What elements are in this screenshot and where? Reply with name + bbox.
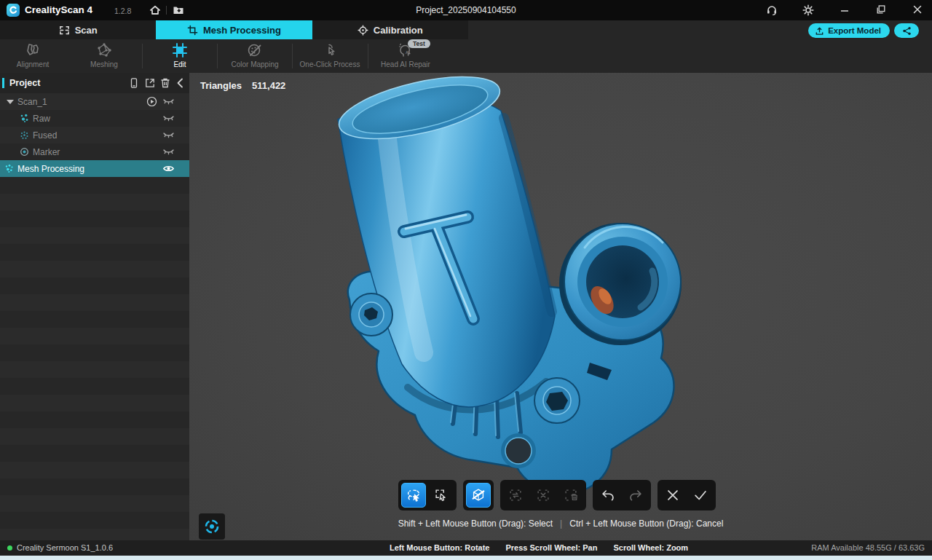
- invert-selection-button[interactable]: [503, 483, 528, 508]
- device-online-dot: [7, 545, 12, 551]
- ribbon-item-color-mapping[interactable]: Color Mapping: [220, 42, 290, 68]
- undo-redo-group: [593, 480, 651, 510]
- tree-label: Marker: [33, 147, 60, 157]
- taskbar-edge: [0, 556, 932, 560]
- test-badge: Test: [408, 39, 430, 48]
- ribbon-divider: [217, 44, 218, 68]
- expander-icon[interactable]: [7, 100, 14, 104]
- mouse-hints: Left Mouse Button: Rotate Press Scroll W…: [390, 543, 688, 552]
- export-model-button[interactable]: Export Model: [808, 23, 890, 38]
- sidebar-title: Project: [9, 78, 40, 88]
- accent-bar: [2, 78, 4, 88]
- viewport-3d[interactable]: Triangles511,422: [189, 73, 932, 540]
- status-bar: Creality Sermoon S1_1.0.6 Left Mouse But…: [0, 540, 932, 556]
- redo-button[interactable]: [623, 483, 648, 508]
- ribbon-item-head-ai-repair[interactable]: AI Head AI Repair: [371, 42, 441, 68]
- tree-label: Scan_1: [17, 97, 47, 107]
- hint-pan: Press Scroll Wheel: Pan: [505, 543, 597, 552]
- project-tree: Scan_1 Raw Fused: [0, 93, 189, 540]
- clear-selection-button[interactable]: [531, 483, 556, 508]
- select-through-cube-button[interactable]: [466, 483, 491, 508]
- tree-label: Mesh Processing: [17, 164, 84, 174]
- mesh-processing-icon: [4, 164, 14, 173]
- settings-gear-icon[interactable]: [802, 4, 815, 17]
- tree-row-fused[interactable]: Fused: [0, 127, 189, 143]
- rect-select-button[interactable]: [429, 483, 454, 508]
- ribbon-divider: [142, 44, 143, 68]
- undo-button[interactable]: [596, 483, 620, 508]
- fit-view-button[interactable]: [199, 513, 225, 540]
- selection-hint: Shift + Left Mouse Button (Drag): Select…: [189, 518, 932, 529]
- play-icon[interactable]: [146, 96, 157, 107]
- tree-row-scan1[interactable]: Scan_1: [0, 93, 189, 110]
- tab-label: Calibration: [374, 25, 423, 36]
- tab-label: Scan: [75, 25, 98, 36]
- tab-calibration[interactable]: Calibration: [312, 20, 468, 39]
- fused-data-icon: [20, 130, 29, 140]
- title-bar: CrealityScan 4 1.2.8 Project_20250904104…: [0, 0, 932, 20]
- tab-scan[interactable]: Scan: [0, 20, 156, 39]
- tab-mesh-processing[interactable]: Mesh Processing: [156, 20, 312, 39]
- collapse-panel-icon[interactable]: [175, 77, 186, 89]
- scan-frame-icon: [59, 25, 70, 36]
- delete-selection-button[interactable]: [558, 483, 583, 508]
- tab-label: Mesh Processing: [203, 25, 281, 36]
- tree-row-marker[interactable]: Marker: [0, 143, 189, 160]
- ribbon-item-label: Edit: [145, 60, 215, 68]
- alignment-icon: [24, 42, 42, 59]
- ribbon-item-alignment[interactable]: Alignment: [0, 42, 68, 68]
- visibility-on-icon[interactable]: [162, 164, 175, 173]
- tree-row-mesh-processing[interactable]: Mesh Processing: [0, 160, 189, 177]
- visibility-off-icon[interactable]: [162, 114, 175, 123]
- select-through-group: [463, 480, 494, 510]
- hint-separator: |: [560, 518, 562, 529]
- export-icon: [815, 26, 824, 36]
- share-icon: [902, 26, 912, 36]
- close-icon[interactable]: [912, 4, 925, 17]
- ribbon-item-label: One-Click Process: [295, 60, 365, 68]
- select-mode-group: [398, 480, 457, 510]
- ribbon-item-label: Meshing: [69, 60, 139, 68]
- project-title: Project_20250904104550: [0, 5, 932, 15]
- one-click-icon: [321, 42, 339, 59]
- sidebar-header: Project: [0, 73, 189, 93]
- ram-available: RAM Available 48.55G / 63.63G: [811, 543, 925, 552]
- device-status: Creality Sermoon S1_1.0.6: [7, 543, 113, 552]
- device-name: Creality Sermoon S1_1.0.6: [17, 543, 113, 552]
- selection-toolbar: [398, 480, 716, 510]
- calibration-target-icon: [358, 25, 368, 36]
- visibility-off-icon[interactable]: [162, 147, 175, 157]
- ribbon-item-meshing[interactable]: Meshing: [69, 42, 139, 68]
- export-file-icon[interactable]: [144, 77, 156, 89]
- support-headset-icon[interactable]: [765, 4, 778, 17]
- hint-cancel: Ctrl + Left Mouse Button (Drag): Cancel: [569, 518, 723, 529]
- top-band: Scan Mesh Processing Calibration Export …: [0, 20, 932, 73]
- svg-text:AI: AI: [406, 50, 410, 55]
- ribbon-item-edit[interactable]: Edit: [145, 42, 215, 68]
- edit-icon: [171, 42, 189, 59]
- share-button[interactable]: [894, 23, 919, 38]
- triangles-readout: Triangles511,422: [200, 80, 285, 91]
- restore-window-icon[interactable]: [875, 4, 888, 17]
- project-sidebar: Project Scan_1 Raw: [0, 73, 189, 540]
- marker-icon: [20, 147, 29, 157]
- ribbon-item-one-click-process[interactable]: One-Click Process: [295, 42, 365, 68]
- tree-label: Raw: [33, 114, 50, 124]
- confirm-button[interactable]: [688, 483, 713, 508]
- delete-trash-icon[interactable]: [159, 77, 171, 89]
- cancel-button[interactable]: [660, 483, 685, 508]
- meshing-icon: [95, 42, 113, 59]
- ribbon-item-label: Alignment: [0, 60, 68, 68]
- visibility-off-icon[interactable]: [162, 130, 175, 140]
- ribbon-item-label: Head AI Repair: [371, 60, 441, 68]
- selection-edit-group: [500, 480, 586, 510]
- tree-row-raw[interactable]: Raw: [0, 110, 189, 127]
- raw-data-icon: [20, 114, 29, 123]
- minimize-icon[interactable]: [839, 5, 852, 18]
- crop-icon: [187, 25, 198, 36]
- palette-icon: [246, 42, 264, 59]
- lasso-select-button[interactable]: [401, 483, 426, 508]
- tree-label: Fused: [33, 130, 57, 141]
- device-icon[interactable]: [128, 77, 140, 89]
- visibility-off-icon[interactable]: [162, 97, 175, 106]
